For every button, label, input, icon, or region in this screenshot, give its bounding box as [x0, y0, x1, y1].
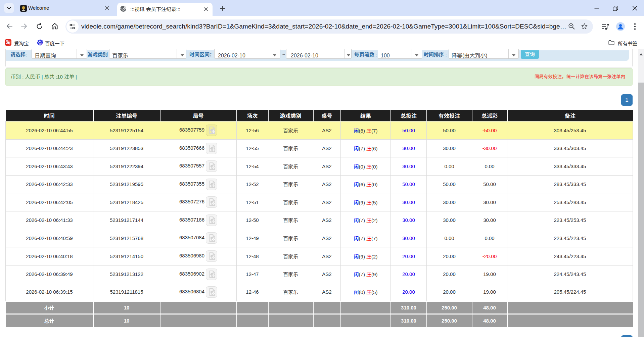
svg-text:du: du	[39, 42, 41, 45]
